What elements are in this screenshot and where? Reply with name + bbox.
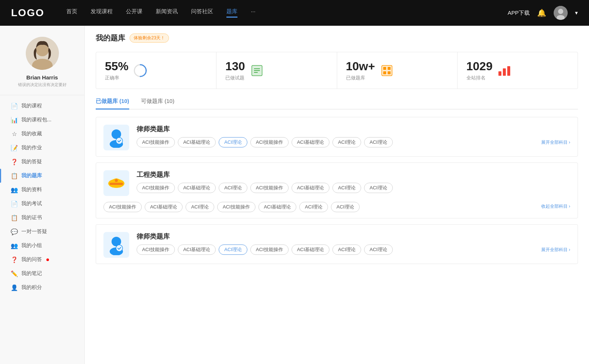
tab-available[interactable]: 可做题库 (10) xyxy=(141,98,174,109)
tab-done[interactable]: 已做题库 (10) xyxy=(96,98,129,110)
sidebar-item-qa[interactable]: ❓ 我的答疑 xyxy=(0,155,84,169)
coursepack-icon: 📊 xyxy=(11,117,18,123)
nav-discover[interactable]: 发现课程 xyxy=(91,8,113,18)
svg-point-26 xyxy=(115,179,118,182)
svg-rect-16 xyxy=(383,71,386,74)
bank2-extra-tag-6[interactable]: ACI理论 xyxy=(331,202,360,212)
notification-icon[interactable]: 🔔 xyxy=(537,8,546,17)
sidebar-item-homework[interactable]: 📝 我的作业 xyxy=(0,141,84,155)
bank1-tag-0[interactable]: ACI技能操作 xyxy=(137,137,175,147)
sidebar-label-myqa: 我的问答 xyxy=(21,256,42,263)
page-title: 我的题库 xyxy=(96,33,125,43)
bank3-expand-btn[interactable]: 展开全部科目 › xyxy=(541,245,570,254)
stat-accuracy: 55% 正确率 xyxy=(96,52,216,89)
sidebar-item-notes[interactable]: ✏️ 我的笔记 xyxy=(0,267,84,281)
sidebar-item-points[interactable]: 👤 我的积分 xyxy=(0,281,84,295)
sidebar-item-group[interactable]: 👥 我的小组 xyxy=(0,239,84,253)
sidebar-item-myqa[interactable]: ❓ 我的问答 xyxy=(0,253,84,267)
bank-section-1-info: 律师类题库 ACI技能操作 ACI基础理论 ACI理论 ACI技能操作 ACI基… xyxy=(137,125,570,147)
nav-bank[interactable]: 题库 xyxy=(226,8,237,18)
svg-point-23 xyxy=(116,138,123,144)
bank2-extra-tag-3[interactable]: ACI技能操作 xyxy=(217,202,255,212)
bank1-tag-6[interactable]: ACI理论 xyxy=(364,137,393,147)
stat-rank-text: 1029 全站排名 xyxy=(466,60,493,81)
profile-chevron-icon[interactable]: ▾ xyxy=(575,10,578,16)
bank3-tag-2[interactable]: ACI理论 xyxy=(219,245,247,255)
nav-more[interactable]: ··· xyxy=(251,8,255,18)
bank1-expand-btn[interactable]: 展开全部科目 › xyxy=(541,138,570,147)
bank2-extra-tag-5[interactable]: ACI理论 xyxy=(299,202,328,212)
app-download[interactable]: APP下载 xyxy=(508,10,530,17)
avatar[interactable] xyxy=(554,6,568,20)
navbar: LOGO 首页 发现课程 公开课 新闻资讯 问答社区 题库 ··· APP下载 … xyxy=(0,0,589,26)
bank2-extra-tag-2[interactable]: ACI理论 xyxy=(186,202,214,212)
layout: Brian Harris 错误的决定比没有决定要好 📄 我的课程 📊 我的课程包… xyxy=(0,26,589,364)
course-icon: 📄 xyxy=(11,103,18,109)
bank2-tag-2[interactable]: ACI理论 xyxy=(219,183,247,193)
bank3-tag-5[interactable]: ACI理论 xyxy=(332,245,361,255)
sidebar-label-1on1: 一对一答疑 xyxy=(21,228,47,235)
accuracy-number: 55% xyxy=(105,60,128,73)
bank-section-2-header: 工程类题库 ACI技能操作 ACI基础理论 ACI理论 ACI技能操作 ACI基… xyxy=(96,163,578,202)
nav-news[interactable]: 新闻资讯 xyxy=(156,8,178,18)
bank-section-2-extra-tags: ACI技能操作 ACI基础理论 ACI理论 ACI技能操作 ACI基础理论 AC… xyxy=(96,202,578,218)
rank-number: 1029 xyxy=(466,60,493,73)
trial-badge: 体验剩余23天！ xyxy=(130,33,169,43)
sidebar-label-favorites: 我的收藏 xyxy=(21,131,42,137)
nav-opencourse[interactable]: 公开课 xyxy=(126,8,142,18)
notes-icon: ✏️ xyxy=(11,270,18,277)
nav-home[interactable]: 首页 xyxy=(66,8,77,18)
bank3-tag-6[interactable]: ACI理论 xyxy=(364,245,393,255)
bank-section-2-info: 工程类题库 ACI技能操作 ACI基础理论 ACI理论 ACI技能操作 ACI基… xyxy=(137,170,570,193)
sidebar-label-group: 我的小组 xyxy=(21,242,42,249)
bank-section-1-name: 律师类题库 xyxy=(137,125,570,133)
sidebar-label-coursepack: 我的课程包... xyxy=(21,117,52,123)
bank2-collapse-btn[interactable]: 收起全部科目 › xyxy=(541,202,570,212)
bank1-tag-5[interactable]: ACI理论 xyxy=(332,137,361,147)
sidebar-label-qa: 我的答疑 xyxy=(21,158,42,165)
sidebar-item-profile[interactable]: 👥 我的资料 xyxy=(0,183,84,197)
bank1-tag-1[interactable]: ACI基础理论 xyxy=(178,137,216,147)
bank2-tag-0[interactable]: ACI技能操作 xyxy=(137,183,175,193)
rank-label: 全站排名 xyxy=(466,75,493,81)
bank2-extra-tag-1[interactable]: ACI基础理论 xyxy=(145,202,183,212)
nav-qa[interactable]: 问答社区 xyxy=(191,8,213,18)
accuracy-label: 正确率 xyxy=(105,75,128,81)
bank2-extra-tag-4[interactable]: ACI基础理论 xyxy=(258,202,297,212)
svg-rect-17 xyxy=(388,71,391,74)
svg-rect-15 xyxy=(388,67,391,70)
bank3-tag-1[interactable]: ACI基础理论 xyxy=(178,245,216,255)
bank2-tag-3[interactable]: ACI技能操作 xyxy=(250,183,289,193)
tabs: 已做题库 (10) 可做题库 (10) xyxy=(96,98,578,110)
banks-icon xyxy=(380,64,394,77)
sidebar-profile: Brian Harris 错误的决定比没有决定要好 xyxy=(0,37,84,95)
homework-icon: 📝 xyxy=(11,144,18,151)
sidebar-item-cert[interactable]: 📋 我的证书 xyxy=(0,211,84,225)
bank-section-2: 工程类题库 ACI技能操作 ACI基础理论 ACI理论 ACI技能操作 ACI基… xyxy=(96,163,578,218)
sidebar-item-course[interactable]: 📄 我的课程 xyxy=(0,99,84,113)
bank3-tag-3[interactable]: ACI技能操作 xyxy=(250,245,289,255)
sidebar-item-1on1[interactable]: 💬 一对一答疑 xyxy=(0,225,84,239)
navbar-right: APP下载 🔔 ▾ xyxy=(508,6,578,20)
sidebar-label-cert: 我的证书 xyxy=(21,214,42,221)
done-label: 已做试题 xyxy=(225,75,245,81)
cert-icon: 📋 xyxy=(11,214,18,221)
bank1-tag-2[interactable]: ACI理论 xyxy=(219,137,247,147)
bank3-tag-0[interactable]: ACI技能操作 xyxy=(137,245,175,255)
sidebar-label-exam: 我的考试 xyxy=(21,200,42,207)
sidebar-item-bank[interactable]: 📋 我的题库 xyxy=(0,169,84,183)
bank2-tag-6[interactable]: ACI理论 xyxy=(364,183,393,193)
sidebar-item-coursepack[interactable]: 📊 我的课程包... xyxy=(0,113,84,127)
bank2-extra-tag-0[interactable]: ACI技能操作 xyxy=(103,202,142,212)
nav-links: 首页 发现课程 公开课 新闻资讯 问答社区 题库 ··· xyxy=(66,8,508,18)
bank2-tag-4[interactable]: ACI基础理论 xyxy=(292,183,330,193)
bank2-tag-5[interactable]: ACI理论 xyxy=(332,183,361,193)
sidebar-item-favorites[interactable]: ☆ 我的收藏 xyxy=(0,127,84,141)
sidebar-label-course: 我的课程 xyxy=(21,103,42,109)
bank3-tag-4[interactable]: ACI基础理论 xyxy=(292,245,330,255)
bank1-tag-4[interactable]: ACI基础理论 xyxy=(292,137,330,147)
sidebar-item-exam[interactable]: 📄 我的考试 xyxy=(0,197,84,211)
bank2-tag-1[interactable]: ACI基础理论 xyxy=(178,183,216,193)
question-icon: ❓ xyxy=(11,158,18,165)
bank1-tag-3[interactable]: ACI技能操作 xyxy=(250,137,289,147)
